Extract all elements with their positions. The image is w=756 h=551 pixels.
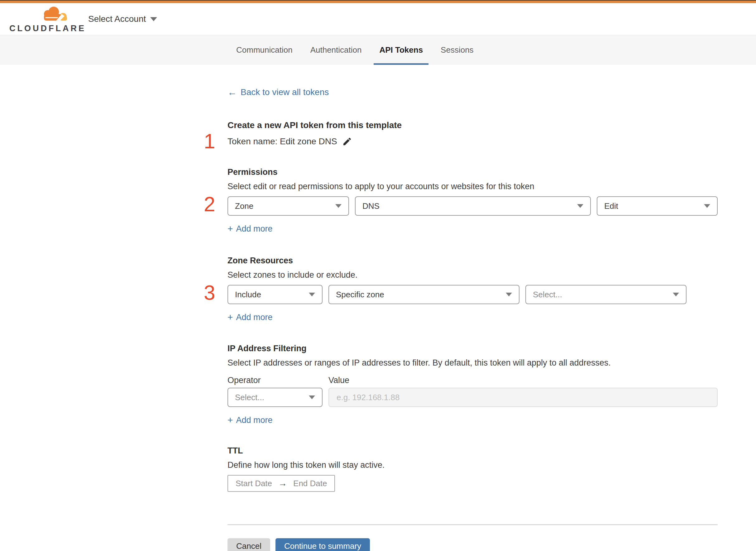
permission-scope-select[interactable]: Zone: [227, 196, 349, 216]
step-1-marker: 1: [204, 131, 215, 151]
ttl-description: Define how long this token will stay act…: [227, 459, 718, 471]
chevron-down-icon: [150, 17, 157, 21]
zone-resources-add-more-link[interactable]: + Add more: [227, 311, 273, 324]
chevron-down-icon: [309, 396, 315, 399]
ip-filtering-description: Select IP addresses or ranges of IP addr…: [227, 357, 718, 369]
chevron-down-icon: [704, 204, 710, 208]
add-more-label: Add more: [236, 311, 273, 324]
zone-picker-select[interactable]: Select...: [525, 285, 687, 304]
left-arrow-icon: ←: [227, 86, 237, 98]
tab-sessions[interactable]: Sessions: [441, 35, 474, 65]
ip-filtering-row: Select...: [227, 388, 718, 407]
ttl-section: TTL Define how long this token will stay…: [227, 444, 718, 492]
orange-accent-bar: [0, 1, 756, 3]
permissions-section: Permissions Select edit or read permissi…: [227, 166, 718, 235]
continue-to-summary-button[interactable]: Continue to summary: [275, 538, 370, 551]
permission-level-select[interactable]: Edit: [597, 196, 718, 216]
cancel-button[interactable]: Cancel: [227, 538, 270, 551]
chevron-down-icon: [577, 204, 583, 208]
back-to-tokens-link[interactable]: ← Back to view all tokens: [227, 86, 329, 98]
chevron-down-icon: [506, 293, 512, 297]
plus-icon: +: [227, 311, 233, 324]
operator-label: Operator: [227, 375, 328, 386]
app-header: CLOUDFLARE Select Account: [0, 3, 756, 35]
permission-group-select[interactable]: DNS: [355, 196, 591, 216]
tab-communication[interactable]: Communication: [236, 35, 292, 65]
value-label: Value: [328, 375, 349, 386]
token-name-text: Token name: Edit zone DNS: [227, 135, 337, 148]
step-3-marker: 3: [204, 283, 215, 303]
cloudflare-logo: CLOUDFLARE: [9, 6, 73, 32]
add-more-label: Add more: [236, 222, 273, 235]
edit-token-name-button[interactable]: [342, 136, 352, 146]
zone-include-value: Include: [235, 290, 261, 300]
tab-api-tokens[interactable]: API Tokens: [379, 35, 423, 65]
zone-include-select[interactable]: Include: [227, 285, 322, 304]
account-selector[interactable]: Select Account: [88, 14, 157, 24]
permissions-heading: Permissions: [227, 166, 718, 178]
permissions-row: 2 Zone DNS Edit: [227, 196, 718, 216]
profile-tab-bar: Communication Authentication API Tokens …: [0, 35, 756, 65]
step-2-marker: 2: [204, 194, 215, 214]
footer-divider: [227, 524, 718, 525]
cloudflare-cloud-icon: [35, 6, 70, 24]
permission-level-value: Edit: [604, 201, 618, 211]
operator-value: Select...: [235, 393, 264, 402]
zone-picker-value: Select...: [533, 290, 562, 300]
ip-filtering-section: IP Address Filtering Select IP addresses…: [227, 342, 718, 426]
zone-resources-heading: Zone Resources: [227, 254, 718, 267]
plus-icon: +: [227, 414, 233, 426]
permissions-description: Select edit or read permissions to apply…: [227, 180, 718, 192]
zone-resources-row: 3 Include Specific zone Select...: [227, 285, 718, 304]
zone-resources-section: Zone Resources Select zones to include o…: [227, 254, 718, 324]
zone-resources-description: Select zones to include or exclude.: [227, 268, 718, 281]
main-content: ← Back to view all tokens Create a new A…: [227, 65, 718, 551]
permissions-add-more-link[interactable]: + Add more: [227, 222, 273, 235]
token-name-row: 1 Token name: Edit zone DNS: [227, 135, 718, 148]
pencil-icon: [342, 136, 352, 146]
plus-icon: +: [227, 222, 233, 235]
chevron-down-icon: [309, 293, 315, 297]
permission-scope-value: Zone: [235, 201, 253, 211]
ip-filtering-add-more-link[interactable]: + Add more: [227, 414, 273, 426]
footer-actions: Cancel Continue to summary: [227, 538, 718, 551]
permission-group-value: DNS: [362, 201, 380, 211]
chevron-down-icon: [673, 293, 679, 297]
ttl-heading: TTL: [227, 444, 718, 457]
back-link-label: Back to view all tokens: [240, 86, 329, 98]
end-date-placeholder: End Date: [293, 479, 327, 488]
ip-filtering-heading: IP Address Filtering: [227, 342, 718, 355]
ip-filtering-labels: Operator Value: [227, 375, 718, 386]
tab-authentication[interactable]: Authentication: [310, 35, 362, 65]
add-more-label: Add more: [236, 414, 273, 426]
operator-select[interactable]: Select...: [227, 388, 322, 407]
start-date-placeholder: Start Date: [235, 479, 272, 488]
zone-type-value: Specific zone: [336, 290, 384, 300]
brand-wordmark: CLOUDFLARE: [9, 24, 86, 32]
ttl-date-range-picker[interactable]: Start Date → End Date: [227, 475, 335, 492]
account-selector-label: Select Account: [88, 14, 146, 24]
zone-type-select[interactable]: Specific zone: [328, 285, 520, 304]
ip-value-input[interactable]: [328, 388, 718, 407]
page-title: Create a new API token from this templat…: [227, 119, 718, 131]
right-arrow-icon: →: [278, 478, 287, 488]
chevron-down-icon: [335, 204, 341, 208]
